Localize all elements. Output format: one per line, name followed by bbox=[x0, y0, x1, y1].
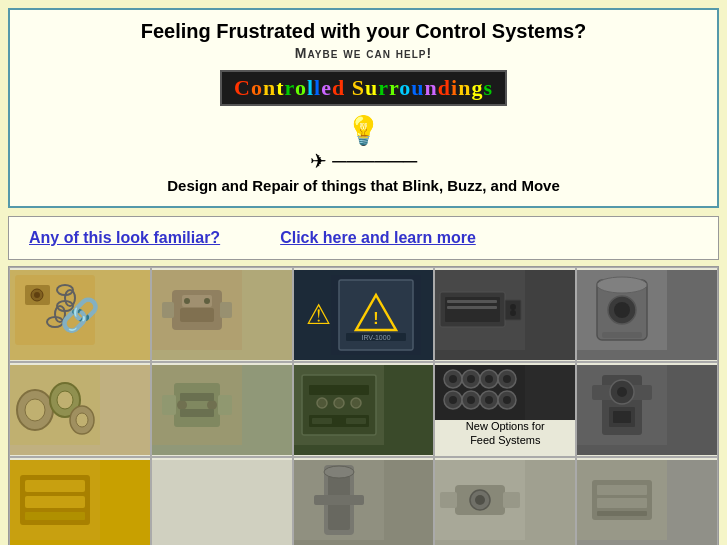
rings-svg bbox=[10, 365, 100, 445]
svg-rect-59 bbox=[312, 418, 332, 424]
svg-rect-89 bbox=[25, 512, 85, 520]
svg-rect-87 bbox=[25, 480, 85, 492]
chain-svg bbox=[10, 270, 100, 350]
controlbox-svg: ! IRV-1000 bbox=[331, 275, 421, 355]
svg-rect-29 bbox=[447, 300, 497, 303]
svg-text:IRV-1000: IRV-1000 bbox=[361, 334, 390, 341]
pipe-svg bbox=[294, 460, 384, 540]
svg-point-35 bbox=[614, 302, 630, 318]
svg-rect-60 bbox=[346, 418, 366, 424]
coupling2-svg bbox=[152, 365, 242, 445]
learn-more-link[interactable]: Click here and learn more bbox=[280, 229, 476, 247]
grid-cell-12[interactable] bbox=[151, 457, 293, 545]
product-clamp-image bbox=[577, 365, 717, 455]
yellow-svg bbox=[10, 460, 100, 540]
svg-point-55 bbox=[317, 398, 327, 408]
grid-cell-4[interactable] bbox=[434, 267, 576, 362]
svg-rect-97 bbox=[440, 492, 457, 508]
grid-cell-14[interactable] bbox=[434, 457, 576, 545]
product-empty-image bbox=[152, 460, 292, 546]
svg-point-63 bbox=[449, 375, 457, 383]
svg-point-71 bbox=[449, 396, 457, 404]
plane-icon: ✈ ────── bbox=[25, 149, 702, 173]
svg-point-3 bbox=[34, 292, 40, 298]
grid-cell-11[interactable] bbox=[9, 457, 151, 545]
header-banner: Feeling Frustrated with your Control Sys… bbox=[8, 8, 719, 208]
product-feedsystem-image bbox=[435, 365, 575, 420]
svg-point-13 bbox=[184, 298, 190, 304]
svg-point-28 bbox=[510, 310, 516, 316]
product-controlbox-image: ! IRV-1000 bbox=[294, 270, 434, 360]
header-title: Feeling Frustrated with your Control Sys… bbox=[25, 20, 702, 43]
svg-rect-54 bbox=[309, 385, 369, 395]
grid-cell-6[interactable] bbox=[9, 362, 151, 457]
svg-point-33 bbox=[597, 277, 647, 293]
svg-point-69 bbox=[503, 375, 511, 383]
product-connector-image bbox=[435, 460, 575, 546]
svg-point-77 bbox=[503, 396, 511, 404]
products-grid: ! IRV-1000 bbox=[9, 267, 718, 545]
svg-rect-51 bbox=[180, 409, 214, 417]
familiar-link[interactable]: Any of this look familiar? bbox=[29, 229, 220, 247]
product-misc-image bbox=[577, 460, 717, 546]
svg-rect-46 bbox=[162, 395, 176, 415]
svg-rect-47 bbox=[218, 395, 232, 415]
grid-cell-3[interactable]: ! IRV-1000 bbox=[293, 267, 435, 362]
sensor-svg bbox=[435, 270, 525, 350]
svg-point-93 bbox=[324, 466, 354, 478]
svg-point-56 bbox=[334, 398, 344, 408]
grid-cell-8[interactable] bbox=[293, 362, 435, 457]
svg-rect-36 bbox=[602, 332, 642, 338]
lightbulb-icon: 💡 bbox=[25, 114, 702, 147]
svg-rect-16 bbox=[220, 302, 232, 318]
grid-cell-1[interactable] bbox=[9, 267, 151, 362]
page-wrapper: Feeling Frustrated with your Control Sys… bbox=[0, 0, 727, 545]
svg-point-27 bbox=[510, 304, 516, 310]
grid-cell-9[interactable]: New Options for Feed Systems bbox=[434, 362, 576, 457]
svg-point-100 bbox=[475, 495, 485, 505]
links-section: Any of this look familiar? Click here an… bbox=[8, 216, 719, 260]
svg-rect-84 bbox=[613, 411, 631, 423]
product-chain-image bbox=[10, 270, 150, 360]
grid-cell-15[interactable] bbox=[576, 457, 718, 545]
grid-cell-2[interactable] bbox=[151, 267, 293, 362]
product-cylinder-image bbox=[577, 270, 717, 360]
svg-point-82 bbox=[617, 387, 627, 397]
grid-cell-7[interactable] bbox=[151, 362, 293, 457]
panel-svg bbox=[294, 365, 384, 445]
svg-rect-104 bbox=[597, 498, 647, 508]
clamp-svg bbox=[577, 365, 667, 445]
svg-point-75 bbox=[485, 396, 493, 404]
product-panel-image bbox=[294, 365, 434, 455]
product-yellow-image bbox=[10, 460, 150, 546]
svg-rect-15 bbox=[162, 302, 174, 318]
feed-system-label: New Options for Feed Systems bbox=[464, 416, 547, 451]
grid-cell-10[interactable] bbox=[576, 362, 718, 457]
products-grid-wrapper: ! IRV-1000 bbox=[8, 266, 719, 545]
svg-rect-98 bbox=[503, 492, 520, 508]
svg-point-14 bbox=[204, 298, 210, 304]
product-pipe-image bbox=[294, 460, 434, 546]
connector-svg bbox=[435, 460, 525, 540]
svg-text:!: ! bbox=[373, 310, 378, 327]
svg-point-57 bbox=[351, 398, 361, 408]
coupling-svg bbox=[152, 270, 242, 350]
svg-rect-103 bbox=[597, 485, 647, 495]
feedsystem-svg bbox=[435, 365, 525, 420]
misc-svg bbox=[577, 460, 667, 540]
product-rings-image bbox=[10, 365, 150, 455]
grid-cell-5[interactable] bbox=[576, 267, 718, 362]
cylinder-svg bbox=[577, 270, 667, 350]
svg-rect-50 bbox=[180, 393, 214, 401]
header-icons: 💡 ✈ ────── bbox=[25, 114, 702, 173]
svg-point-49 bbox=[207, 400, 217, 410]
svg-point-41 bbox=[57, 391, 73, 409]
svg-rect-105 bbox=[597, 511, 647, 516]
header-subtitle: Maybe we can help! bbox=[25, 45, 702, 61]
svg-rect-88 bbox=[25, 496, 85, 508]
brand-logo-text: Controlled Surroundings bbox=[234, 75, 493, 100]
grid-cell-13[interactable] bbox=[293, 457, 435, 545]
svg-point-67 bbox=[485, 375, 493, 383]
product-coupling2-image bbox=[152, 365, 292, 455]
svg-rect-30 bbox=[447, 306, 497, 309]
